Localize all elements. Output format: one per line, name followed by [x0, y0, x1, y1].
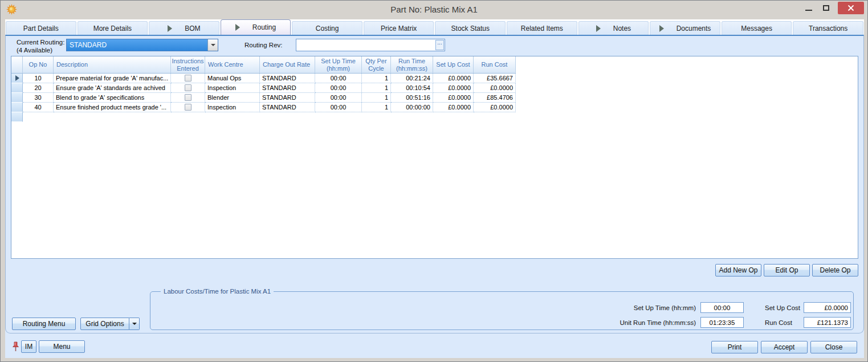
cell-op-no: 20 [23, 83, 54, 93]
run-cost-field: £121.1373 [804, 317, 851, 328]
close-dialog-button[interactable]: Close [810, 341, 857, 353]
tab-routing[interactable]: Routing [221, 19, 291, 35]
cell-run-time: 00:10:54 [391, 83, 433, 93]
application-window: Part No: Plastic Mix A1 Part DetailsMore… [0, 0, 868, 362]
routing-rev-label: Routing Rev: [244, 42, 282, 48]
tab-bom[interactable]: BOM [149, 21, 219, 35]
cell-set-up-time: 00:00 [315, 93, 362, 103]
delete-op-button[interactable]: Delete Op [812, 264, 858, 276]
minimize-button[interactable] [800, 2, 817, 14]
column-header-qty-per-cycle[interactable]: Qty Per Cycle [362, 56, 391, 74]
dropdown-button[interactable] [207, 39, 218, 51]
column-header-selector[interactable] [11, 56, 23, 74]
current-routing-label: Current Routing: [17, 39, 64, 46]
cell-description: Ensure grade 'A' standards are achived [54, 83, 171, 93]
add-new-op-button[interactable]: Add New Op [715, 264, 761, 276]
run-cost-label: Run Cost [765, 319, 792, 326]
tab-label: Price Matrix [381, 25, 417, 32]
current-routing-dropdown[interactable]: STANDARD [66, 39, 218, 51]
menu-button[interactable]: Menu [39, 340, 85, 353]
cell-set-up-cost: £0.0000 [433, 83, 474, 93]
column-header-instructions-entered[interactable]: Instructions Entered [171, 56, 205, 74]
row-selector[interactable] [11, 93, 23, 103]
instructions-entered-checkbox[interactable] [185, 75, 191, 82]
row-selector[interactable] [11, 103, 23, 112]
pushpin-icon [12, 341, 19, 352]
tab-strip: Part DetailsMore DetailsBOMRoutingCostin… [5, 19, 864, 35]
accept-button[interactable]: Accept [761, 341, 808, 353]
tab-documents[interactable]: Documents [650, 21, 720, 35]
column-header-op-no[interactable]: Op No [23, 56, 54, 74]
tab-label: Related Items [521, 25, 563, 32]
edit-op-button[interactable]: Edit Op [764, 264, 810, 276]
pin-button[interactable] [11, 340, 20, 353]
routing-menu-button[interactable]: Routing Menu [12, 318, 76, 330]
cell-description: Ensure finished product meets grade '... [54, 103, 171, 112]
grid-options-dropdown-button[interactable] [129, 318, 140, 330]
minimize-icon [805, 10, 812, 11]
tab-label: Stock Status [451, 25, 490, 32]
column-header-run-cost[interactable]: Run Cost [474, 56, 516, 74]
instructions-entered-checkbox[interactable] [185, 84, 191, 91]
routing-rev-browse-button[interactable]: ... [435, 40, 444, 50]
cell-description: Prepare material for grade 'A' manufac..… [54, 74, 171, 83]
tab-transactions[interactable]: Transactions [793, 21, 863, 35]
cell-charge-out-rate: STANDARD [260, 83, 315, 93]
tab-label: Transactions [809, 25, 847, 32]
column-header-work-centre[interactable]: Work Centre [205, 56, 260, 74]
cell-set-up-cost: £0.0000 [433, 93, 474, 103]
row-selector[interactable] [11, 112, 23, 122]
setup-time-label: Set Up Time (hh:mm) [606, 304, 696, 311]
im-button[interactable]: IM [21, 340, 36, 353]
tab-label: Notes [613, 25, 631, 32]
tab-stock-status[interactable]: Stock Status [435, 21, 506, 35]
cell-charge-out-rate: STANDARD [260, 74, 315, 83]
print-button[interactable]: Print [711, 341, 758, 353]
column-header-run-time-hh-mm-ss-[interactable]: Run Time (hh:mm:ss) [391, 56, 433, 74]
routing-rev-input[interactable]: ... [296, 39, 445, 51]
table-row[interactable]: 10Prepare material for grade 'A' manufac… [11, 74, 858, 83]
setup-time-field: 00:00 [700, 302, 744, 313]
tab-more-details[interactable]: More Details [78, 21, 148, 35]
maximize-icon [823, 5, 829, 11]
cell-run-cost: £0.0000 [474, 83, 516, 93]
tab-price-matrix[interactable]: Price Matrix [364, 21, 434, 35]
tab-label: Routing [252, 23, 276, 31]
maximize-button[interactable] [817, 2, 834, 14]
window-title: Part No: Plastic Mix A1 [1, 5, 867, 14]
tab-costing[interactable]: Costing [292, 21, 362, 35]
cell-run-cost: £35.6667 [474, 74, 516, 83]
instructions-entered-checkbox[interactable] [185, 94, 191, 101]
cell-qty-per-cycle: 1 [362, 83, 391, 93]
column-header-charge-out-rate[interactable]: Charge Out Rate [260, 56, 315, 74]
row-selector[interactable] [11, 83, 23, 93]
tab-label: Documents [677, 25, 711, 32]
cell-description: Blend to grade 'A' specifications [54, 93, 171, 103]
cell-instructions-entered [171, 103, 205, 112]
grid-options-button[interactable]: Grid Options [80, 318, 129, 330]
cell-qty-per-cycle: 1 [362, 103, 391, 112]
tab-notes[interactable]: Notes [578, 21, 649, 35]
table-row[interactable]: 20Ensure grade 'A' standards are achived… [11, 83, 858, 93]
cell-work-centre: Manual Ops [205, 74, 260, 83]
row-selector[interactable] [11, 74, 23, 83]
tab-related-items[interactable]: Related Items [507, 21, 577, 35]
cell-set-up-time: 00:00 [315, 103, 362, 112]
cell-run-cost: £0.0000 [474, 103, 516, 112]
grid-header-row: Op NoDescriptionInstructions EnteredWork… [11, 56, 858, 74]
current-row-arrow-icon [15, 75, 19, 81]
column-header-set-up-time-hh-mm-[interactable]: Set Up Time (hh:mm) [315, 56, 362, 74]
operations-grid[interactable]: Op NoDescriptionInstructions EnteredWork… [11, 56, 858, 259]
close-button[interactable] [838, 2, 864, 14]
column-header-set-up-cost[interactable]: Set Up Cost [433, 56, 474, 74]
tab-part-details[interactable]: Part Details [6, 21, 76, 35]
table-row[interactable]: 40Ensure finished product meets grade '.… [11, 103, 858, 112]
cell-qty-per-cycle: 1 [362, 93, 391, 103]
tab-label: Costing [316, 25, 339, 32]
instructions-entered-checkbox[interactable] [185, 104, 191, 111]
tab-messages[interactable]: Messages [722, 21, 792, 35]
table-row[interactable]: 30Blend to grade 'A' specificationsBlend… [11, 93, 858, 103]
cell-work-centre: Blender [205, 93, 260, 103]
tab-arrow-icon [596, 25, 601, 32]
column-header-description[interactable]: Description [54, 56, 171, 74]
